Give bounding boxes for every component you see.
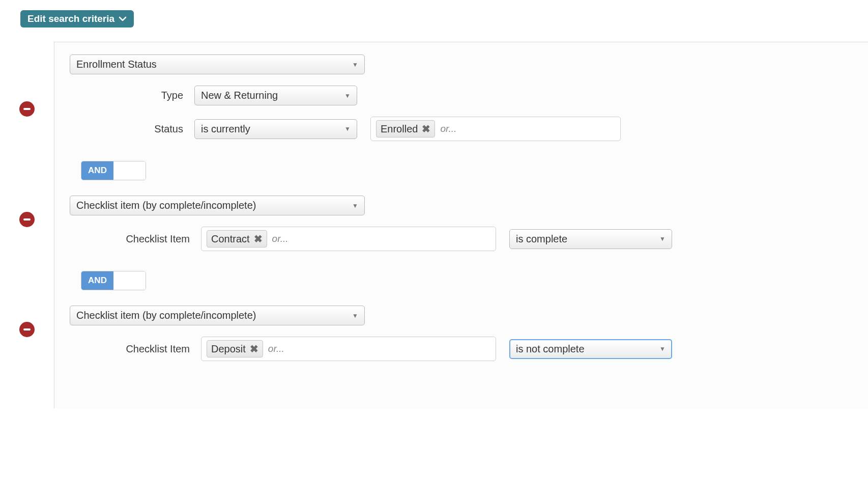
remove-criterion-button[interactable]: [19, 101, 35, 117]
connector-or[interactable]: [113, 271, 146, 290]
caret-down-icon: ▼: [352, 312, 358, 319]
checklist-operator-select[interactable]: is not complete ▼: [509, 339, 672, 359]
caret-down-icon: ▼: [352, 61, 358, 68]
checklist-chip-label: Deposit: [211, 343, 246, 355]
remove-criterion-button[interactable]: [19, 322, 35, 337]
checklist-item-tag-input[interactable]: Contract ✖ or...: [201, 227, 496, 251]
type-select-value: New & Returning: [201, 90, 278, 101]
checklist-chip: Deposit ✖: [207, 340, 263, 357]
criterion-category-value: Checklist item (by complete/incomplete): [76, 310, 256, 321]
caret-down-icon: ▼: [352, 202, 358, 209]
chevron-down-icon: [119, 16, 127, 22]
remove-criterion-button[interactable]: [19, 212, 35, 227]
criterion-checklist-deposit: Checklist item (by complete/incomplete) …: [70, 306, 853, 361]
criterion-category-value: Enrollment Status: [76, 59, 157, 70]
status-chip: Enrolled ✖: [376, 120, 435, 137]
checklist-operator-value: is not complete: [516, 343, 585, 355]
status-operator-value: is currently: [201, 123, 250, 135]
type-field-label: Type: [70, 90, 194, 101]
criterion-category-select[interactable]: Enrollment Status ▼: [70, 54, 365, 74]
checklist-operator-value: is complete: [516, 233, 567, 245]
checklist-placeholder: or...: [272, 233, 288, 244]
checklist-operator-select[interactable]: is complete ▼: [509, 229, 672, 249]
checklist-chip: Contract ✖: [207, 230, 267, 247]
criterion-enrollment-status: Enrollment Status ▼ Type New & Returning…: [70, 54, 853, 141]
checklist-item-label: Checklist Item: [70, 343, 201, 355]
caret-down-icon: ▼: [344, 125, 351, 132]
status-operator-select[interactable]: is currently ▼: [194, 119, 357, 139]
caret-down-icon: ▼: [659, 235, 666, 242]
remove-chip-icon[interactable]: ✖: [422, 123, 430, 135]
remove-chip-icon[interactable]: ✖: [250, 343, 258, 355]
criteria-panel: Enrollment Status ▼ Type New & Returning…: [54, 42, 868, 408]
criterion-category-select[interactable]: Checklist item (by complete/incomplete) …: [70, 306, 365, 325]
checklist-item-tag-input[interactable]: Deposit ✖ or...: [201, 337, 496, 361]
caret-down-icon: ▼: [344, 92, 351, 99]
checklist-placeholder: or...: [268, 343, 284, 354]
status-chip-label: Enrolled: [381, 123, 418, 135]
status-field-label: Status: [70, 123, 194, 135]
checklist-chip-label: Contract: [211, 233, 250, 245]
type-select[interactable]: New & Returning ▼: [194, 86, 357, 105]
edit-search-criteria-label: Edit search criteria: [27, 13, 114, 24]
connector-and[interactable]: AND: [81, 161, 113, 180]
criterion-category-select[interactable]: Checklist item (by complete/incomplete) …: [70, 196, 365, 215]
connector-or[interactable]: [113, 161, 146, 180]
connector-and[interactable]: AND: [81, 271, 113, 290]
criterion-category-value: Checklist item (by complete/incomplete): [76, 200, 256, 211]
remove-chip-icon[interactable]: ✖: [254, 233, 263, 245]
caret-down-icon: ▼: [659, 345, 666, 352]
logical-connector[interactable]: AND: [81, 271, 146, 290]
logical-connector[interactable]: AND: [81, 161, 146, 180]
status-placeholder: or...: [440, 123, 456, 134]
status-tag-input[interactable]: Enrolled ✖ or...: [370, 117, 621, 141]
edit-search-criteria-button[interactable]: Edit search criteria: [20, 10, 134, 27]
checklist-item-label: Checklist Item: [70, 233, 201, 245]
criterion-checklist-contract: Checklist item (by complete/incomplete) …: [70, 196, 853, 251]
